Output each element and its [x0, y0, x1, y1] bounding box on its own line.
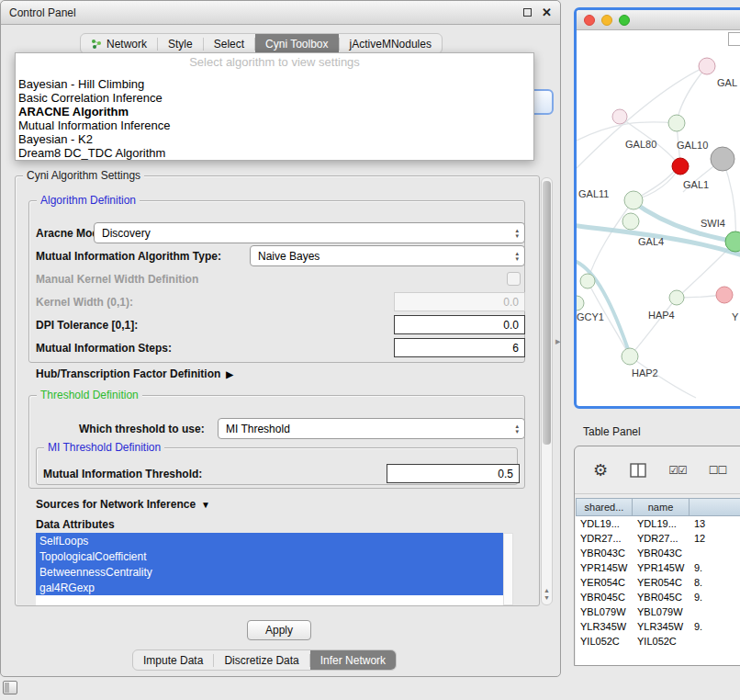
close-icon[interactable]: ✕ — [542, 6, 552, 18]
table-panel-window: ⚙ ☑☑ ☐☐ shared... name YDL19... YDL19...… — [574, 446, 740, 666]
node-label: GAL80 — [625, 139, 656, 150]
dpi-tolerance-label: DPI Tolerance [0,1]: — [36, 319, 138, 332]
settings-scrollbar-thumb[interactable] — [543, 181, 551, 445]
node-label: GAL — [717, 77, 737, 88]
table-row[interactable]: YBR045C YBR045C 9. — [576, 590, 740, 604]
network-node[interactable] — [699, 58, 715, 74]
settings-scrollbar[interactable]: ▲▼ — [541, 177, 553, 605]
column-header-name[interactable]: name — [633, 498, 690, 516]
algorithm-dropdown-popup: Select algorithm to view settings Bayesi… — [15, 52, 534, 161]
network-window-titlebar[interactable] — [577, 10, 740, 30]
tab-impute-data[interactable]: Impute Data — [133, 650, 213, 670]
algorithm-option-selected[interactable]: ARACNE Algorithm — [16, 105, 533, 119]
tab-discretize-data[interactable]: Discretize Data — [214, 650, 308, 670]
kernel-width-field: 0.0 — [394, 292, 525, 311]
mi-algorithm-type-value: Naive Bayes — [258, 250, 320, 263]
column-header-extra[interactable] — [690, 498, 740, 516]
kernel-width-label: Kernel Width (0,1): — [36, 296, 133, 309]
attributes-list-scrollbar[interactable] — [503, 533, 513, 605]
network-node-red[interactable] — [672, 158, 689, 175]
list-item[interactable]: gal4RGexp — [36, 580, 503, 595]
bottom-tabstrip: Impute Data Discretize Data Infer Networ… — [132, 649, 397, 671]
mi-steps-field[interactable]: 6 — [394, 338, 525, 357]
expand-right-icon[interactable]: ▶ — [226, 369, 233, 379]
which-threshold-value: MI Threshold — [226, 423, 290, 435]
tab-label: Infer Network — [320, 654, 386, 667]
tab-label: Cyni Toolbox — [265, 38, 328, 51]
network-node[interactable] — [624, 191, 643, 209]
network-node-gal10[interactable] — [711, 147, 734, 171]
network-canvas[interactable]: GAL80 GAL10 GAL11 GAL1 SWI4 GAL4 GCY1 HA… — [577, 30, 740, 406]
tab-jactivemnodules[interactable]: jActiveMNodules — [340, 34, 442, 53]
data-attributes-list[interactable]: SelfLoops TopologicalCoefficient Between… — [36, 533, 503, 605]
apply-button[interactable]: Apply — [247, 620, 311, 640]
float-window-icon[interactable] — [523, 8, 532, 17]
network-node[interactable] — [622, 348, 638, 365]
network-node[interactable] — [577, 296, 584, 310]
close-traffic-light-icon[interactable] — [584, 15, 595, 26]
tab-style[interactable]: Style — [158, 34, 203, 53]
node-label: GAL10 — [677, 140, 708, 151]
mi-algorithm-type-label: Mutual Information Algorithm Type: — [36, 250, 221, 263]
table-row[interactable]: YDR27... YDR27... 12 — [576, 531, 740, 546]
network-node[interactable] — [622, 213, 639, 230]
node-label: HAP2 — [632, 367, 658, 378]
tab-label: Discretize Data — [224, 654, 298, 667]
table-row[interactable]: YPR145W YPR145W 9. — [576, 560, 740, 575]
scrollbar-arrows-icon[interactable]: ▲▼ — [542, 587, 552, 602]
data-attributes-label: Data Attributes — [36, 518, 115, 531]
tab-cyni-toolbox[interactable]: Cyni Toolbox — [255, 34, 338, 53]
gear-icon[interactable]: ⚙ — [593, 460, 608, 480]
docked-panel-icon[interactable] — [3, 681, 17, 694]
spinner-arrows-icon: ▴▾ — [515, 423, 519, 435]
list-item[interactable]: SelfLoops — [36, 533, 503, 548]
list-item[interactable]: TopologicalCoefficient — [36, 548, 503, 564]
column-header-shared-name[interactable]: shared... — [576, 498, 633, 516]
algorithm-option[interactable]: Bayesian - K2 — [16, 132, 533, 146]
checked-boxes-icon[interactable]: ☑☑ — [668, 464, 687, 477]
network-node[interactable] — [612, 109, 627, 124]
tab-infer-network[interactable]: Infer Network — [310, 650, 396, 670]
dpi-tolerance-field[interactable]: 0.0 — [394, 315, 525, 334]
algorithm-option[interactable]: Mutual Information Inference — [16, 119, 533, 132]
tab-label: Style — [168, 38, 193, 51]
list-item[interactable]: BetweennessCentrality — [36, 564, 503, 580]
table-row[interactable]: YLR345W YLR345W 9. — [576, 619, 740, 634]
table-row[interactable]: YIL052C YIL052C — [576, 634, 740, 649]
table-row[interactable]: YER054C YER054C 8. — [576, 575, 740, 590]
network-node[interactable] — [668, 115, 685, 131]
table-row[interactable]: YBL079W YBL079W — [576, 604, 740, 619]
unchecked-boxes-icon[interactable]: ☐☐ — [709, 464, 727, 477]
network-view-window: GAL80 GAL10 GAL11 GAL1 SWI4 GAL4 GCY1 HA… — [574, 7, 740, 409]
collapse-down-icon[interactable]: ▼ — [201, 500, 210, 510]
network-node[interactable] — [669, 290, 684, 305]
which-threshold-combobox[interactable]: MI Threshold ▴▾ — [218, 418, 525, 439]
panel-splitter-icon[interactable]: ▸ — [555, 335, 561, 347]
aracne-mode-combobox[interactable]: Discovery ▴▾ — [94, 222, 525, 243]
manual-kernel-width-checkbox[interactable] — [507, 272, 521, 286]
mi-algorithm-type-combobox[interactable]: Naive Bayes ▴▾ — [250, 245, 525, 266]
mi-threshold-group-title: MI Threshold Definition — [44, 441, 164, 454]
hub-section-label[interactable]: Hub/Transcription Factor Definition▶ — [36, 367, 233, 380]
tab-network[interactable]: Network — [81, 34, 157, 53]
network-tab-icon — [91, 39, 102, 50]
algorithm-combobox-fragment[interactable] — [532, 89, 554, 115]
minimize-traffic-light-icon[interactable] — [601, 15, 612, 26]
tab-select[interactable]: Select — [204, 34, 254, 53]
which-threshold-label: Which threshold to use: — [79, 423, 205, 435]
network-node[interactable] — [580, 274, 595, 288]
spinner-arrows-icon: ▴▾ — [515, 228, 519, 239]
zoom-traffic-light-icon[interactable] — [619, 15, 630, 26]
tab-label: Impute Data — [143, 654, 203, 667]
sources-section-label[interactable]: Sources for Network Inference▼ — [36, 498, 210, 511]
node-label: Y — [732, 311, 739, 322]
algorithm-option[interactable]: Bayesian - Hill Climbing — [16, 77, 533, 91]
algorithm-option[interactable]: Dream8 DC_TDC Algorithm — [16, 146, 533, 160]
network-node[interactable] — [716, 287, 733, 303]
control-panel-titlebar[interactable]: Control Panel ✕ — [1, 1, 560, 25]
table-row[interactable]: YDL19... YDL19... 13 — [576, 516, 740, 531]
columns-icon[interactable] — [630, 463, 646, 478]
algorithm-option[interactable]: Basic Correlation Inference — [16, 91, 533, 105]
mi-threshold-field[interactable]: 0.5 — [387, 464, 520, 483]
table-row[interactable]: YBR043C YBR043C — [576, 546, 740, 560]
